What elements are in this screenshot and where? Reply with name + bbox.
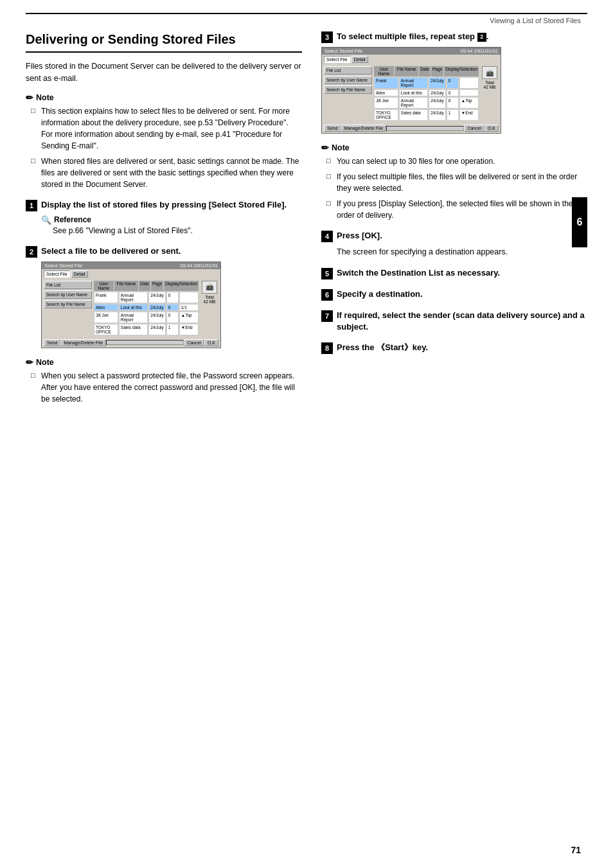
ui1-send-btn[interactable]: Send [44, 339, 60, 346]
ui2-manage-btn[interactable]: Manage/Delete File [341, 125, 386, 132]
step2-text: Select a file to be delivered or sent. [41, 245, 302, 257]
ui2-cancel-btn[interactable]: Cancel [464, 125, 484, 132]
ui2-total: Total 42 MB [484, 80, 496, 89]
note1-item1: This section explains how to select file… [31, 105, 302, 152]
ui1-detail-tab[interactable]: Detail [71, 270, 88, 278]
ui1-manage-btn[interactable]: Manage/Delete File [60, 339, 106, 346]
step5-text: Switch the Destination List as necessary… [337, 267, 587, 279]
ui1-col-display: Display/Selection [164, 281, 199, 291]
breadcrumb: Viewing a List of Stored Files [26, 17, 587, 24]
ui2-titlebar: Select Stored File 09:44 2001/01/01 [322, 48, 501, 55]
reference-icon: 🔍 [41, 215, 51, 225]
reference-text: See p.66 "Viewing a List of Stored Files… [53, 225, 302, 236]
ui2-col-date: Date [419, 66, 431, 76]
ui1-col-date: Date [139, 281, 150, 291]
note1-title: ✏ Note [26, 93, 302, 103]
note2-items: When you select a password protected fil… [26, 370, 302, 405]
step1-text: Display the list of stored files by pres… [41, 199, 302, 211]
step7-text: If required, select the sender (scan dat… [337, 310, 587, 333]
ui2-row4[interactable]: TOKYO OFFICE Sales data 24/July 1 ▼End [374, 109, 479, 121]
note-icon: ✏ [26, 93, 33, 103]
note2-title: ✏ Note [26, 357, 302, 368]
note1-items: This section explains how to select file… [26, 105, 302, 190]
note1-item2: When stored files are delivered or sent,… [31, 155, 302, 190]
step3-block: 3 To select multiple files, repeat step … [321, 31, 587, 134]
step5-block: 5 Switch the Destination List as necessa… [321, 267, 587, 279]
step1-block: 1 Display the list of stored files by pr… [26, 199, 302, 236]
ui1-select-file-tab[interactable]: Select File [44, 270, 70, 278]
ui1-row2[interactable]: Allen Look at this 24/July 0 1/1 [94, 304, 199, 311]
step6-text: Specify a destination. [337, 288, 587, 300]
ui1-ok-btn[interactable]: O.K [204, 339, 218, 346]
ui2-detail-tab[interactable]: Detail [351, 56, 368, 63]
step1-reference: 🔍 Reference See p.66 "Viewing a List of … [41, 215, 302, 236]
ui1-cancel-btn[interactable]: Cancel [184, 339, 204, 346]
right-column: 3 To select multiple files, repeat step … [321, 31, 587, 414]
step4-text: Press [OK]. [337, 230, 587, 242]
ui2-col-user: User Name [374, 66, 394, 76]
ui1-col-file: File Name [114, 281, 138, 291]
step3-text: To select multiple files, repeat step 2. [337, 31, 587, 42]
intro-text: Files stored in the Document Server can … [26, 60, 302, 85]
step2-block: 2 Select a file to be delivered or sent.… [26, 245, 302, 348]
step6-number: 6 [321, 289, 333, 301]
step6-block: 6 Specify a destination. [321, 288, 587, 301]
reference-title: 🔍 Reference [41, 215, 302, 225]
ui1-file-list-btn[interactable]: File List [44, 281, 92, 289]
ui2-send-btn[interactable]: Send [324, 125, 341, 132]
note2-item1: When you select a password protected fil… [31, 370, 302, 405]
step5-number: 5 [321, 268, 333, 279]
note3-title: ✏ Note [321, 143, 587, 153]
step4-block: 4 Press [OK]. The screen for specifying … [321, 230, 587, 258]
note3-icon: ✏ [321, 143, 329, 153]
ui2-row1[interactable]: Frank Annual Report 24/July 0 [374, 77, 479, 89]
step8-number: 8 [321, 342, 333, 354]
ui1-search-file-btn[interactable]: Search by File Name [44, 300, 92, 308]
note3: ✏ Note You can select up to 30 files for… [321, 143, 587, 221]
note3-item3: If you press [Display Selection], the se… [326, 198, 587, 221]
step1-number: 1 [26, 200, 37, 211]
ui2-col-page: Page [431, 66, 443, 76]
ui1-fax-icon: 📠 [202, 281, 217, 294]
ui2-search-file-btn[interactable]: Search by File Name [324, 85, 372, 94]
step8-text: Press the 《Start》key. [337, 342, 587, 353]
ui1-col-user: User Name [94, 281, 114, 291]
ui1-row3[interactable]: Jill Joe Annual Report 24/July 0 ▲Top [94, 312, 199, 323]
ui2-file-list-btn[interactable]: File List [324, 66, 372, 75]
step8-block: 8 Press the 《Start》key. [321, 342, 587, 354]
ui2-ok-btn[interactable]: O.K [484, 125, 499, 132]
ui2-search-user-btn[interactable]: Search by User Name [324, 76, 372, 84]
ui2-row2[interactable]: Allen Look at this 24/July 0 [374, 89, 479, 96]
left-column: Delivering or Sending Stored Files Files… [26, 31, 302, 414]
ui1-row4[interactable]: TOKYO OFFICE Sales data 24/July 1 ▼End [94, 324, 199, 335]
ui2-select-file-tab[interactable]: Select File [324, 56, 350, 63]
ui-screenshot-2: Select Stored File 09:44 2001/01/01 Sele… [321, 47, 501, 134]
ui1-search-user-btn[interactable]: Search by User Name [44, 290, 92, 299]
note3-item2: If you select multiple files, the files … [326, 171, 587, 194]
ui1-row1[interactable]: Frank Annual Report 24/July 0 [94, 292, 199, 303]
step2-number: 2 [26, 246, 37, 258]
ui1-titlebar: Select Stored File 09:44 2001/01/01 [42, 262, 220, 269]
ui-screenshot-1: Select Stored File 09:44 2001/01/01 Sele… [41, 261, 221, 348]
note3-items: You can select up to 30 files for one op… [321, 155, 587, 221]
chapter-tab: 6 [572, 197, 587, 247]
step4-number: 4 [321, 231, 333, 242]
note2-icon: ✏ [26, 357, 33, 368]
ui2-col-file: File Name [395, 66, 418, 76]
step4-subtext: The screen for specifying a destination … [337, 246, 587, 258]
top-rule [26, 13, 587, 14]
page-number: 71 [571, 845, 581, 855]
note3-item1: You can select up to 30 files for one op… [326, 155, 587, 167]
section-title: Delivering or Sending Stored Files [26, 31, 302, 53]
ui2-col-display: Display/Selection [444, 66, 479, 76]
ui2-footer: Send Manage/Delete File Cancel O.K [322, 123, 501, 133]
note2: ✏ Note When you select a password protec… [26, 357, 302, 405]
ui2-fax-icon: 📠 [482, 66, 497, 79]
step7-number: 7 [321, 310, 333, 322]
note1: ✏ Note This section explains how to sele… [26, 93, 302, 190]
ui1-col-page: Page [151, 281, 163, 291]
step7-block: 7 If required, select the sender (scan d… [321, 310, 587, 333]
ui2-row3[interactable]: Jill Joe Annual Report 24/July 0 ▲Top [374, 97, 479, 109]
step3-number: 3 [321, 31, 333, 43]
ui1-footer: Send Manage/Delete File Cancel O.K [42, 338, 220, 348]
